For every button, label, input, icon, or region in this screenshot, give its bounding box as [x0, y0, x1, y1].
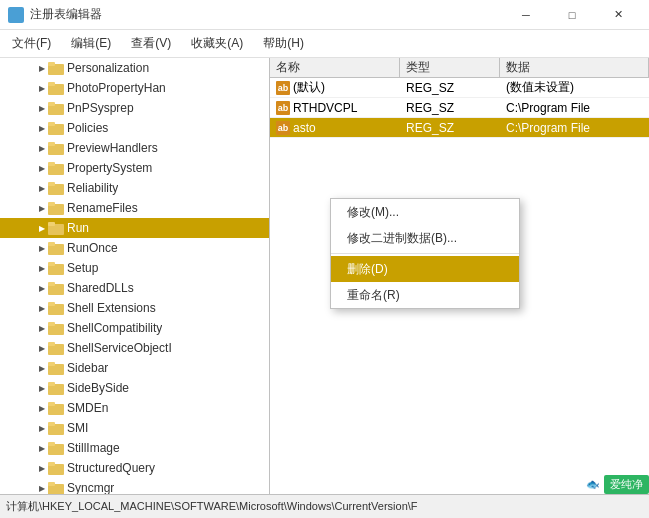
folder-icon: [48, 201, 64, 215]
svg-rect-43: [48, 442, 55, 446]
tree-item[interactable]: ▶SharedDLLs: [0, 278, 269, 298]
title-bar-left: 注册表编辑器: [8, 6, 102, 23]
svg-rect-35: [48, 362, 55, 366]
folder-icon: [48, 401, 64, 415]
tree-arrow-icon: ▶: [36, 322, 48, 334]
cell-name-text: (默认): [293, 79, 325, 96]
tree-arrow-icon: ▶: [36, 422, 48, 434]
tree-item[interactable]: ▶RunOnce: [0, 238, 269, 258]
tree-item-label: Personalization: [67, 61, 149, 75]
tree-arrow-icon: ▶: [36, 342, 48, 354]
menu-favorites[interactable]: 收藏夹(A): [183, 31, 251, 56]
cell-data: C:\Program File: [500, 121, 649, 135]
tree-item[interactable]: ▶ShellCompatibility: [0, 318, 269, 338]
tree-arrow-icon: ▶: [36, 362, 48, 374]
col-header-name: 名称: [270, 58, 400, 77]
table-row[interactable]: abastoREG_SZC:\Program File: [270, 118, 649, 138]
folder-icon: [48, 241, 64, 255]
maximize-button[interactable]: □: [549, 0, 595, 30]
svg-rect-19: [48, 202, 55, 206]
tree-arrow-icon: ▶: [36, 122, 48, 134]
tree-item-label: PhotoPropertyHan: [67, 81, 166, 95]
menu-file[interactable]: 文件(F): [4, 31, 59, 56]
tree-item[interactable]: ▶Sidebar: [0, 358, 269, 378]
tree-item-label: Syncmgr: [67, 481, 114, 494]
table-row[interactable]: ab(默认)REG_SZ(数值未设置): [270, 78, 649, 98]
tree-arrow-icon: ▶: [36, 162, 48, 174]
tree-item-label: Setup: [67, 261, 98, 275]
tree-arrow-icon: ▶: [36, 282, 48, 294]
context-menu-separator: [331, 253, 519, 254]
minimize-button[interactable]: ─: [503, 0, 549, 30]
tree-item[interactable]: ▶PnPSysprep: [0, 98, 269, 118]
tree-item-label: PropertySystem: [67, 161, 152, 175]
menu-view[interactable]: 查看(V): [123, 31, 179, 56]
tree-arrow-icon: ▶: [36, 382, 48, 394]
folder-icon: [48, 181, 64, 195]
tree-item[interactable]: ▶ShellServiceObjectI: [0, 338, 269, 358]
context-menu: 修改(M)...修改二进制数据(B)...删除(D)重命名(R): [330, 198, 520, 309]
tree-item-label: ShellServiceObjectI: [67, 341, 172, 355]
tree-arrow-icon: ▶: [36, 462, 48, 474]
tree-item-label: Sidebar: [67, 361, 108, 375]
tree-item-label: RenameFiles: [67, 201, 138, 215]
tree-item[interactable]: ▶PreviewHandlers: [0, 138, 269, 158]
folder-icon: [48, 481, 64, 494]
tree-item[interactable]: ▶Setup: [0, 258, 269, 278]
cell-data: C:\Program File: [500, 101, 649, 115]
tree-item[interactable]: ▶StillImage: [0, 438, 269, 458]
svg-rect-29: [48, 302, 55, 306]
tree-item-label: PreviewHandlers: [67, 141, 158, 155]
tree-arrow-icon: ▶: [36, 142, 48, 154]
tree-item-label: Run: [67, 221, 89, 235]
svg-rect-3: [17, 16, 22, 21]
tree-item[interactable]: ▶Shell Extensions: [0, 298, 269, 318]
context-menu-item[interactable]: 重命名(R): [331, 282, 519, 308]
context-menu-item[interactable]: 修改(M)...: [331, 199, 519, 225]
tree-item[interactable]: ▶SideBySide: [0, 378, 269, 398]
tree-item[interactable]: ▶SMI: [0, 418, 269, 438]
tree-item[interactable]: ▶Run: [0, 218, 269, 238]
svg-rect-37: [48, 382, 55, 386]
cell-data: (数值未设置): [500, 79, 649, 96]
cell-name: abasto: [270, 121, 400, 135]
main-area: ▶Personalization▶PhotoPropertyHan▶PnPSys…: [0, 58, 649, 494]
title-bar: 注册表编辑器 ─ □ ✕: [0, 0, 649, 30]
tree-arrow-icon: ▶: [36, 402, 48, 414]
tree-scroll[interactable]: ▶Personalization▶PhotoPropertyHan▶PnPSys…: [0, 58, 269, 494]
context-menu-item[interactable]: 修改二进制数据(B)...: [331, 225, 519, 251]
tree-item[interactable]: ▶Syncmgr: [0, 478, 269, 494]
folder-icon: [48, 321, 64, 335]
menu-help[interactable]: 帮助(H): [255, 31, 312, 56]
tree-item[interactable]: ▶Personalization: [0, 58, 269, 78]
tree-item-label: Policies: [67, 121, 108, 135]
folder-icon: [48, 341, 64, 355]
tree-item[interactable]: ▶PropertySystem: [0, 158, 269, 178]
cell-type: REG_SZ: [400, 81, 500, 95]
tree-item[interactable]: ▶Policies: [0, 118, 269, 138]
tree-item-label: StillImage: [67, 441, 120, 455]
context-menu-item[interactable]: 删除(D): [331, 256, 519, 282]
tree-item-label: ShellCompatibility: [67, 321, 162, 335]
tree-item[interactable]: ▶RenameFiles: [0, 198, 269, 218]
col-header-type: 类型: [400, 58, 500, 77]
tree-item[interactable]: ▶PhotoPropertyHan: [0, 78, 269, 98]
svg-rect-17: [48, 182, 55, 186]
folder-icon: [48, 101, 64, 115]
title-bar-buttons: ─ □ ✕: [503, 0, 641, 30]
tree-arrow-icon: ▶: [36, 222, 48, 234]
svg-rect-27: [48, 282, 55, 286]
table-row[interactable]: abRTHDVCPLREG_SZC:\Program File: [270, 98, 649, 118]
tree-item-label: RunOnce: [67, 241, 118, 255]
tree-item[interactable]: ▶Reliability: [0, 178, 269, 198]
folder-icon: [48, 81, 64, 95]
tree-item[interactable]: ▶SMDEn: [0, 398, 269, 418]
content-header: 名称 类型 数据: [270, 58, 649, 78]
tree-item-label: SMI: [67, 421, 88, 435]
folder-icon: [48, 421, 64, 435]
tree-arrow-icon: ▶: [36, 262, 48, 274]
menu-edit[interactable]: 编辑(E): [63, 31, 119, 56]
tree-item[interactable]: ▶StructuredQuery: [0, 458, 269, 478]
close-button[interactable]: ✕: [595, 0, 641, 30]
svg-rect-11: [48, 122, 55, 126]
